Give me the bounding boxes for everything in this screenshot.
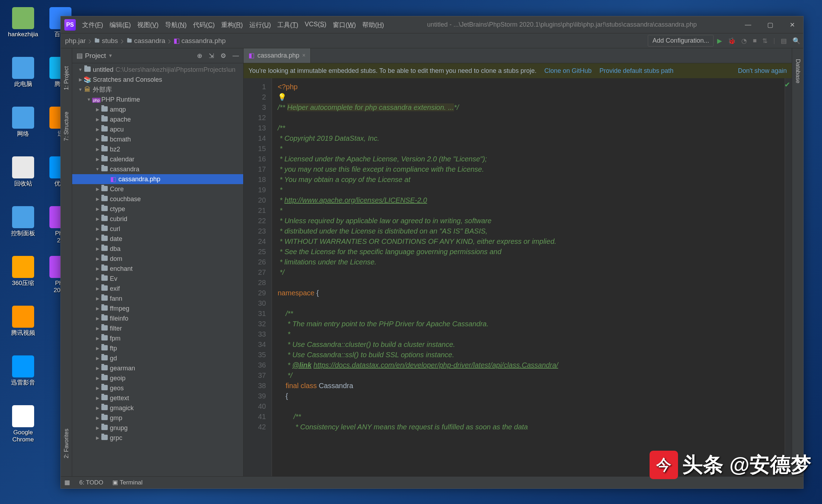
- tree-node[interactable]: ▶📚Scratches and Consoles: [72, 75, 243, 85]
- tree-node[interactable]: ▶geoip: [72, 373, 243, 383]
- desktop-icon[interactable]: 腾讯视频: [7, 306, 39, 337]
- clone-github-link[interactable]: Clone on GitHub: [544, 67, 592, 75]
- settings-icon[interactable]: ⚙: [220, 52, 226, 60]
- add-configuration-button[interactable]: Add Configuration...: [648, 35, 714, 47]
- structure-icon[interactable]: ▤: [781, 37, 787, 45]
- menu-item[interactable]: 工具(T): [274, 19, 301, 31]
- menu-item[interactable]: 帮助(H): [359, 19, 387, 31]
- tree-node[interactable]: ▶gd: [72, 353, 243, 363]
- close-tab-icon[interactable]: ×: [302, 52, 305, 59]
- menu-item[interactable]: 窗口(W): [330, 19, 359, 31]
- tool-tab-database[interactable]: Database: [793, 55, 802, 87]
- desktop-icon[interactable]: 360压缩: [7, 256, 39, 287]
- tab-cassandra[interactable]: ◧ cassandra.php ×: [244, 48, 311, 63]
- stop-icon[interactable]: ■: [753, 37, 757, 45]
- tree-node[interactable]: ▶Core: [72, 184, 243, 194]
- locate-icon[interactable]: ⊕: [197, 52, 202, 60]
- tree-node[interactable]: ▼untitledC:\Users\hankezhijia\PhpstormPr…: [72, 65, 243, 75]
- tree-node[interactable]: ▶exif: [72, 284, 243, 294]
- tree-node[interactable]: ▶apache: [72, 114, 243, 124]
- tree-node[interactable]: ▶dom: [72, 254, 243, 264]
- project-panel-title[interactable]: ▤ Project ▼: [76, 52, 113, 60]
- tree-node[interactable]: ▶couchbase: [72, 194, 243, 204]
- dismiss-notice-link[interactable]: Don't show again: [738, 67, 787, 75]
- desktop-icon[interactable]: 网络: [7, 107, 39, 138]
- tree-node[interactable]: ▶fpm: [72, 333, 243, 343]
- window-tool-icon[interactable]: ▦: [64, 479, 70, 486]
- notice-message: You're looking at immutable embedded stu…: [249, 67, 537, 75]
- editor-tabs: ◧ cassandra.php ×: [244, 48, 792, 63]
- code-area: 1231213141516171819202122232425262728293…: [244, 78, 792, 476]
- tree-node[interactable]: ▶gmp: [72, 413, 243, 423]
- todo-button[interactable]: 6: TODO: [79, 479, 103, 486]
- line-gutter[interactable]: 1231213141516171819202122232425262728293…: [244, 78, 272, 476]
- breadcrumb-item[interactable]: stubs: [92, 37, 119, 45]
- tree-node[interactable]: ▶fann: [72, 294, 243, 304]
- tree-node[interactable]: ▶apcu: [72, 124, 243, 134]
- tree-node[interactable]: ▶ctype: [72, 204, 243, 214]
- run-icon[interactable]: ▶: [717, 37, 722, 45]
- expand-all-icon[interactable]: ⇲: [209, 52, 214, 60]
- tree-node[interactable]: ◧cassandra.php: [72, 174, 243, 184]
- tool-tab-project[interactable]: 1: Project: [62, 63, 71, 94]
- tree-node[interactable]: ▶Ev: [72, 274, 243, 284]
- menu-item[interactable]: 代码(C): [190, 19, 218, 31]
- desktop-icon[interactable]: 控制面板: [7, 206, 39, 237]
- stubs-path-link[interactable]: Provide default stubs path: [599, 67, 673, 75]
- code-editor[interactable]: <?php💡/** Helper autocomplete for php ca…: [272, 78, 785, 476]
- tree-node[interactable]: ▶gmagick: [72, 403, 243, 413]
- desktop-icon[interactable]: hankezhijia: [7, 7, 39, 38]
- menu-item[interactable]: 导航(N): [162, 19, 190, 31]
- tree-node[interactable]: ▼phpPHP Runtime: [72, 95, 243, 104]
- tree-node[interactable]: ▶calendar: [72, 154, 243, 164]
- search-icon[interactable]: 🔍: [792, 37, 800, 45]
- desktop-icon[interactable]: 回收站: [7, 156, 39, 187]
- menu-item[interactable]: 文件(F): [79, 19, 106, 31]
- left-tool-stripe: 1: Project 7: Structure 2: Favorites: [61, 48, 72, 476]
- hide-panel-icon[interactable]: —: [233, 52, 239, 60]
- tree-node[interactable]: ▶filter: [72, 323, 243, 333]
- tree-node[interactable]: ▶grpc: [72, 433, 243, 443]
- tree-node[interactable]: ▶gnupg: [72, 423, 243, 433]
- coverage-icon[interactable]: ◔: [741, 37, 747, 45]
- tree-node[interactable]: ▶bcmath: [72, 134, 243, 144]
- minimize-button[interactable]: —: [737, 16, 759, 33]
- terminal-button[interactable]: ▣ Terminal: [112, 479, 143, 486]
- main-area: 1: Project 7: Structure 2: Favorites ▤ P…: [61, 48, 803, 476]
- tree-node[interactable]: ▶bz2: [72, 144, 243, 154]
- tree-node[interactable]: ▶geos: [72, 383, 243, 393]
- tree-node[interactable]: ▶date: [72, 234, 243, 244]
- breadcrumb: php.jar› stubs› cassandra›◧ cassandra.ph…: [64, 36, 227, 46]
- git-icon[interactable]: ⇅: [762, 37, 768, 45]
- tree-node[interactable]: ▶enchant: [72, 264, 243, 274]
- desktop-icon[interactable]: 此电脑: [7, 57, 39, 88]
- menu-item[interactable]: 编辑(E): [107, 19, 134, 31]
- tree-node[interactable]: ▶fileinfo: [72, 313, 243, 323]
- tree-node[interactable]: ▼cassandra: [72, 164, 243, 174]
- close-button[interactable]: ✕: [781, 16, 803, 33]
- breadcrumb-item[interactable]: ◧ cassandra.php: [172, 37, 227, 45]
- menu-item[interactable]: VCS(S): [302, 19, 329, 31]
- tool-tab-structure[interactable]: 7: Structure: [62, 108, 71, 145]
- breadcrumb-item[interactable]: php.jar: [64, 37, 87, 45]
- tool-tab-favorites[interactable]: 2: Favorites: [62, 425, 71, 462]
- breadcrumb-item[interactable]: cassandra: [125, 37, 167, 45]
- project-tree[interactable]: ▼untitledC:\Users\hankezhijia\PhpstormPr…: [72, 63, 243, 476]
- menu-item[interactable]: 重构(R): [218, 19, 246, 31]
- tree-node[interactable]: ▶ftp: [72, 343, 243, 353]
- tree-node[interactable]: ▶cubrid: [72, 214, 243, 224]
- desktop-icon[interactable]: 迅雷影音: [7, 355, 39, 386]
- tree-node[interactable]: ▼🏛外部库: [72, 85, 243, 95]
- tree-node[interactable]: ▶gettext: [72, 393, 243, 403]
- tree-node[interactable]: ▶curl: [72, 224, 243, 234]
- maximize-button[interactable]: ▢: [759, 16, 781, 33]
- tree-node[interactable]: ▶amqp: [72, 104, 243, 114]
- tree-node[interactable]: ▶gearman: [72, 363, 243, 373]
- tree-node[interactable]: ▶dba: [72, 244, 243, 254]
- desktop-icon[interactable]: GoogleChrome: [7, 405, 39, 444]
- menu-item[interactable]: 运行(U): [246, 19, 274, 31]
- debug-icon[interactable]: 🐞: [728, 37, 736, 45]
- tree-node[interactable]: ▶ffmpeg: [72, 304, 243, 313]
- window-controls: — ▢ ✕: [737, 16, 803, 33]
- menu-item[interactable]: 视图(V): [134, 19, 161, 31]
